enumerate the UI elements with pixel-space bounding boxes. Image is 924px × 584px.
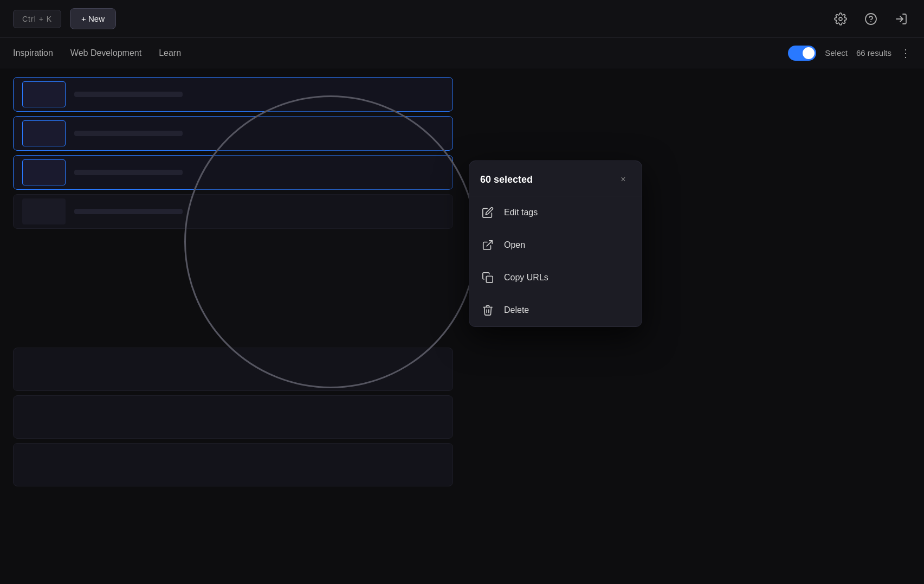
list-item[interactable]: [13, 116, 453, 151]
bottom-list: [0, 348, 466, 486]
header-left: Ctrl + K + New: [13, 8, 116, 29]
item-title: [74, 209, 183, 214]
edit-tag-icon: [480, 205, 495, 220]
item-thumbnail: [22, 81, 66, 107]
context-menu-header: 60 selected ×: [469, 161, 642, 196]
item-thumbnail: [22, 159, 66, 185]
selection-count-title: 60 selected: [480, 174, 533, 185]
item-title: [74, 170, 183, 175]
settings-icon[interactable]: [831, 9, 850, 29]
nav-tabs: Inspiration Web Development Learn Select…: [0, 38, 924, 68]
item-title: [74, 131, 183, 136]
list-item[interactable]: [13, 194, 453, 229]
delete-label: Delete: [504, 305, 529, 315]
select-toggle[interactable]: [788, 46, 816, 61]
copy-urls-item[interactable]: Copy URLs: [469, 261, 642, 294]
new-button[interactable]: + New: [70, 8, 116, 29]
trash-icon: [480, 303, 495, 318]
svg-rect-5: [486, 276, 493, 283]
tab-learn[interactable]: Learn: [159, 44, 181, 62]
tab-web-development[interactable]: Web Development: [70, 44, 141, 62]
list-item[interactable]: [13, 77, 453, 112]
item-title: [74, 92, 183, 97]
select-label: Select: [825, 48, 848, 57]
open-item[interactable]: Open: [469, 229, 642, 261]
close-button[interactable]: ×: [616, 172, 631, 187]
copy-urls-label: Copy URLs: [504, 273, 548, 283]
list-area: [0, 68, 466, 238]
item-thumbnail: [22, 198, 66, 224]
more-options-icon[interactable]: ⋮: [900, 47, 911, 60]
nav-right: Select 66 results ⋮: [788, 46, 911, 61]
list-item-large[interactable]: [13, 395, 453, 439]
svg-line-4: [487, 241, 492, 246]
copy-icon: [480, 270, 495, 285]
results-count: 66 results: [856, 48, 891, 57]
edit-tags-item[interactable]: Edit tags: [469, 196, 642, 229]
header: Ctrl + K + New: [0, 0, 924, 38]
list-item-large[interactable]: [13, 348, 453, 391]
svg-point-0: [839, 17, 842, 21]
list-item[interactable]: [13, 155, 453, 190]
item-thumbnail: [22, 120, 66, 146]
edit-tags-label: Edit tags: [504, 208, 538, 217]
open-external-icon: [480, 238, 495, 253]
open-label: Open: [504, 240, 525, 250]
header-right: [831, 9, 911, 29]
svg-point-1: [865, 14, 876, 24]
tab-inspiration[interactable]: Inspiration: [13, 44, 53, 62]
main-content: 60 selected × Edit tags Open: [0, 68, 924, 584]
help-icon[interactable]: [861, 9, 881, 29]
account-icon[interactable]: [891, 9, 911, 29]
keyboard-shortcut[interactable]: Ctrl + K: [13, 10, 61, 28]
context-menu: 60 selected × Edit tags Open: [469, 161, 642, 327]
list-item-large[interactable]: [13, 443, 453, 486]
delete-item[interactable]: Delete: [469, 294, 642, 326]
